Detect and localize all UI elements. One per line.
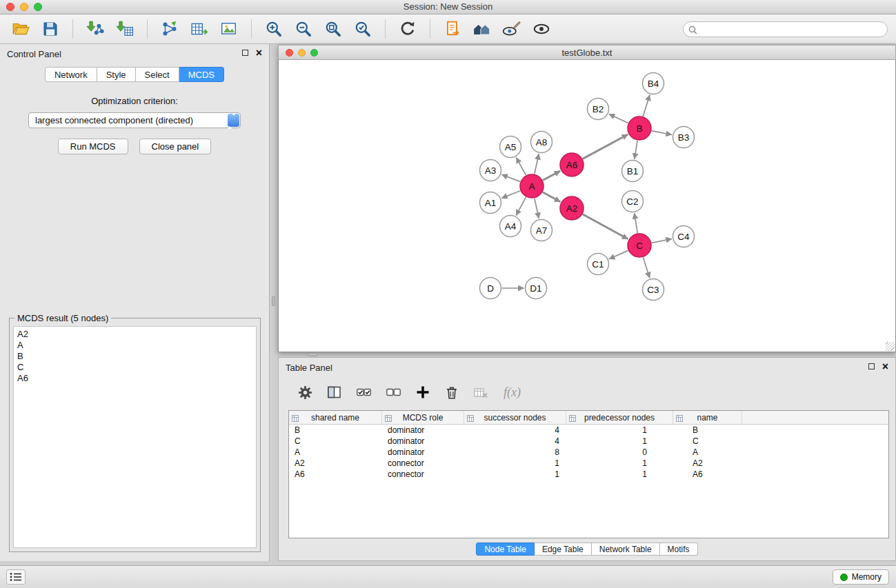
column-header-shared-name[interactable]: shared name xyxy=(289,411,382,424)
open-folder-button[interactable] xyxy=(8,17,33,41)
close-network-window-button[interactable] xyxy=(286,49,293,57)
table-row-A6[interactable]: A6connector11A6 xyxy=(289,469,888,480)
column-header-successor-nodes[interactable]: successor nodes xyxy=(464,411,566,424)
edge-A-A2[interactable] xyxy=(543,192,561,202)
edge-A-A8[interactable] xyxy=(535,154,539,174)
graph-node-A7[interactable]: A7 xyxy=(531,220,552,241)
tab-edge-table[interactable]: Edge Table xyxy=(535,543,592,556)
network-canvas[interactable]: B4B2BB3A5A8A6B1A3AC2A1A2A4A7C4CC1C3DD1 xyxy=(278,60,896,352)
zoom-selected-button[interactable] xyxy=(350,17,375,41)
result-item-A2[interactable]: A2 xyxy=(17,329,252,340)
edge-A-A4[interactable] xyxy=(516,197,526,216)
table-row-B[interactable]: Bdominator41B xyxy=(289,425,888,436)
graph-node-A2[interactable]: A2 xyxy=(560,196,584,220)
float-panel-icon[interactable] xyxy=(242,50,248,56)
resize-grip[interactable] xyxy=(886,342,895,351)
tab-motifs[interactable]: Motifs xyxy=(660,543,698,556)
mcds-result-list[interactable]: A2ABCA6 xyxy=(13,326,257,548)
graph-node-C3[interactable]: C3 xyxy=(643,279,664,301)
zoom-fit-button[interactable] xyxy=(321,17,346,41)
graph-node-C2[interactable]: C2 xyxy=(622,191,644,212)
graph-node-D[interactable]: D xyxy=(480,278,501,299)
result-item-C[interactable]: C xyxy=(17,362,252,373)
edge-A6-B[interactable] xyxy=(583,134,628,159)
minimize-window-button[interactable] xyxy=(20,3,28,11)
table-row-C[interactable]: Cdominator41C xyxy=(289,436,888,447)
tab-mcds[interactable]: MCDS xyxy=(179,67,224,82)
export-image-button[interactable] xyxy=(217,17,241,41)
import-table-from-file-button[interactable] xyxy=(112,17,137,41)
graph-node-D1[interactable]: D1 xyxy=(526,278,547,299)
zoom-out-button[interactable] xyxy=(291,17,316,41)
refresh-view-button[interactable] xyxy=(395,17,420,41)
zoom-window-button[interactable] xyxy=(34,3,42,11)
edge-C-C1[interactable] xyxy=(609,250,628,258)
export-network-button[interactable] xyxy=(157,17,182,41)
close-table-panel-icon[interactable]: × xyxy=(882,363,888,370)
function-builder-button[interactable]: f(x) xyxy=(504,385,521,400)
export-table-button[interactable] xyxy=(187,17,212,41)
edge-B-B4[interactable] xyxy=(643,95,650,116)
delete-table-button[interactable] xyxy=(474,386,488,399)
search-input[interactable] xyxy=(683,21,888,37)
tab-select[interactable]: Select xyxy=(136,67,179,82)
zoom-in-button[interactable] xyxy=(261,17,286,41)
import-network-from-file-button[interactable] xyxy=(83,17,108,41)
graph-node-C[interactable]: C xyxy=(628,234,651,257)
graph-node-A8[interactable]: A8 xyxy=(531,132,552,153)
table-row-A[interactable]: Adominator80A xyxy=(289,447,888,458)
graph-node-B2[interactable]: B2 xyxy=(588,99,609,120)
graph-node-B4[interactable]: B4 xyxy=(643,73,664,94)
edge-A-A7[interactable] xyxy=(535,199,539,219)
float-table-panel-icon[interactable] xyxy=(868,363,875,369)
edge-A-A3[interactable] xyxy=(501,174,520,181)
graph-node-C4[interactable]: C4 xyxy=(673,226,695,247)
show-hide-graphics-button[interactable] xyxy=(529,17,554,41)
memory-button[interactable]: Memory xyxy=(833,569,889,585)
open-session-file-button[interactable] xyxy=(440,17,465,41)
edge-B-B2[interactable] xyxy=(609,114,628,123)
result-item-A6[interactable]: A6 xyxy=(17,373,252,384)
deselect-all-rows-button[interactable] xyxy=(386,387,401,398)
edge-C-C3[interactable] xyxy=(643,257,649,278)
edge-A-A5[interactable] xyxy=(516,157,526,175)
graph-node-A1[interactable]: A1 xyxy=(480,192,501,214)
add-row-button[interactable] xyxy=(416,385,430,399)
tab-style[interactable]: Style xyxy=(97,67,136,82)
select-all-rows-button[interactable] xyxy=(357,387,371,398)
task-history-button[interactable] xyxy=(6,569,26,585)
edge-A-A6[interactable] xyxy=(543,171,560,181)
result-item-B[interactable]: B xyxy=(17,351,252,362)
splitter-handle-vertical[interactable] xyxy=(272,296,275,306)
edge-A-A1[interactable] xyxy=(501,191,520,199)
edge-C-C2[interactable] xyxy=(635,213,638,233)
table-row-A2[interactable]: A2connector11A2 xyxy=(289,458,888,469)
zoom-network-window-button[interactable] xyxy=(310,49,318,57)
tab-network-table[interactable]: Network Table xyxy=(592,543,660,556)
edge-A2-C[interactable] xyxy=(583,214,628,239)
network-window-titlebar[interactable]: testGlobe.txt xyxy=(278,45,896,60)
graph-node-A[interactable]: A xyxy=(520,174,544,198)
graph-node-C1[interactable]: C1 xyxy=(588,254,609,275)
splitter-handle-horizontal[interactable] xyxy=(308,353,317,356)
result-item-A[interactable]: A xyxy=(17,340,252,351)
column-header-predecessor-nodes[interactable]: predecessor nodes xyxy=(566,411,673,424)
graph-node-B[interactable]: B xyxy=(628,116,651,140)
run-mcds-button[interactable]: Run MCDS xyxy=(58,139,128,154)
edge-B-B3[interactable] xyxy=(652,131,672,135)
graph-node-B1[interactable]: B1 xyxy=(622,161,644,182)
graph-node-A3[interactable]: A3 xyxy=(480,160,501,181)
style-preview-button[interactable] xyxy=(499,17,524,41)
tab-node-table[interactable]: Node Table xyxy=(476,543,535,556)
edge-B-B1[interactable] xyxy=(635,141,637,159)
minimize-network-window-button[interactable] xyxy=(298,49,306,57)
edge-C-C4[interactable] xyxy=(652,239,672,243)
graph-node-A6[interactable]: A6 xyxy=(560,153,584,176)
delete-rows-button[interactable] xyxy=(445,385,459,400)
column-header-name[interactable]: name xyxy=(673,411,742,424)
tab-network[interactable]: Network xyxy=(45,67,97,82)
close-panel-button[interactable]: Close panel xyxy=(139,139,212,154)
save-session-button[interactable] xyxy=(38,17,63,41)
home-button[interactable] xyxy=(470,17,495,41)
close-window-button[interactable] xyxy=(6,3,14,11)
